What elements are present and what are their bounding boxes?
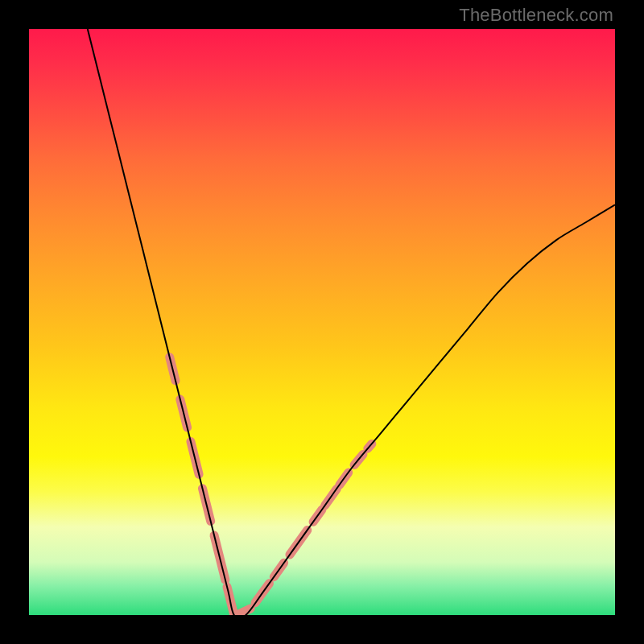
chart-frame: TheBottleneck.com [0, 0, 644, 644]
curve-layer [29, 29, 615, 615]
attribution-text: TheBottleneck.com [459, 5, 613, 26]
bottleneck-curve [88, 29, 615, 615]
plot-area [29, 29, 615, 615]
highlight-segments [170, 357, 372, 615]
